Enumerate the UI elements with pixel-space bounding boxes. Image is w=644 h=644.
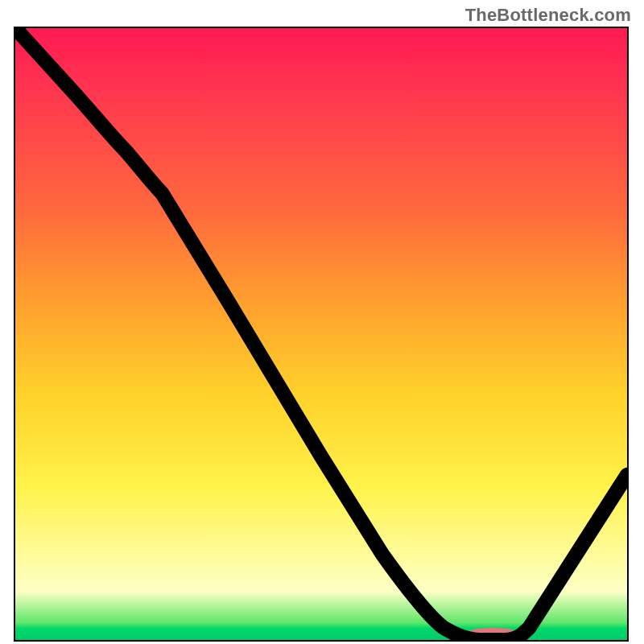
bottleneck-curve xyxy=(15,28,627,640)
stage: TheBottleneck.com xyxy=(0,0,644,644)
watermark-text: TheBottleneck.com xyxy=(465,5,631,26)
bottleneck-plot xyxy=(14,27,629,642)
plot-svg xyxy=(15,28,627,640)
